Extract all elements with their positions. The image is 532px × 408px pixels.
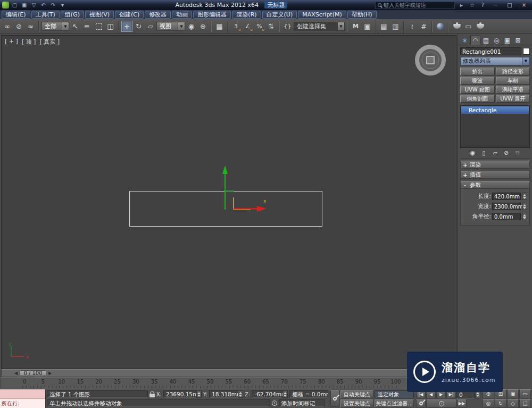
modifier-stack[interactable]: Rectangle [460,105,530,148]
move-gizmo[interactable]: x [182,163,278,222]
menu-customize[interactable]: 自定义(U) [262,11,297,19]
rollout-interpolation[interactable]: + 插值 [460,171,530,179]
tab-hierarchy-icon[interactable]: ▤ [481,36,491,45]
menu-edit[interactable]: 编辑(E) [2,11,30,19]
help-search-input[interactable]: 键入关键字或短语 [375,2,455,9]
modifier-bevel-profile-button[interactable]: 倒角剖面 [460,95,495,103]
edit-named-selection-sets-icon[interactable]: {} [282,21,293,32]
mirror-icon[interactable]: M [350,21,361,32]
menu-help[interactable]: 帮助(H) [347,11,377,19]
next-frame-icon[interactable]: ▶▶ [457,399,467,407]
menu-views[interactable]: 视图(V) [85,11,114,19]
select-and-move-icon[interactable]: + [121,21,132,32]
x-spinner[interactable] [196,390,202,398]
rectangular-selection-region-icon[interactable] [93,21,104,32]
key-filters-button[interactable]: 关键点过滤器... [375,399,414,407]
modifier-turbosmooth-button[interactable]: 涡轮平滑 [496,86,530,94]
angle-snap-icon[interactable]: ∠∪ [242,21,253,32]
corner-radius-field[interactable]: 0.0mm [492,213,521,220]
viewport-menu-general[interactable]: [ + ] [5,38,18,46]
menu-graph-editors[interactable]: 图形编辑器 [193,11,231,19]
object-color-swatch[interactable] [523,48,530,55]
menu-create[interactable]: 创建(C) [115,11,144,19]
select-and-link-icon[interactable]: ∞ [2,21,13,32]
snap-toggle-3d-icon[interactable]: 3∪ [230,21,242,32]
y-spinner[interactable] [238,390,243,398]
field-of-view-icon[interactable]: ◇ [507,399,519,408]
add-time-tag[interactable]: 添加时间标记 [279,399,325,407]
app-logo-icon[interactable] [2,2,9,9]
modifier-uvw-unwrap-button[interactable]: UVW 展开 [496,95,530,103]
help-icon[interactable]: ? [479,2,487,9]
layer-manager-icon[interactable]: ▤ [378,21,389,32]
modifier-path-deform-button[interactable]: 路径变形 [496,68,530,76]
maxscript-mini-listener[interactable]: 所在行: [0,389,46,408]
rendered-frame-window-icon[interactable]: ▭ [463,21,474,32]
select-object-icon[interactable]: ↖ [70,21,81,32]
pan-icon[interactable]: ◎ [483,399,494,408]
selection-lock-icon[interactable] [149,394,155,397]
named-selection-sets-combo[interactable]: 创建选择集 ▼ [294,22,345,31]
window-crossing-icon[interactable]: ◫ [105,21,116,32]
menu-modifiers[interactable]: 修改器 [145,11,171,19]
width-field[interactable]: 2300.0mm [492,203,521,210]
select-by-name-icon[interactable]: ≡ [81,21,93,32]
key-mode-toggle-icon[interactable] [416,399,426,407]
use-pivot-center-icon[interactable]: ◉ [186,21,197,32]
spinner-snap-icon[interactable]: ⇅ [265,21,277,32]
new-file-icon[interactable]: ▢ [11,2,19,9]
render-production-icon[interactable] [475,21,486,32]
menu-maxscript[interactable]: MAXScript(M) [298,11,346,19]
curve-editor-icon[interactable]: ≀ [406,21,418,32]
unlink-selection-icon[interactable]: ⊘ [13,21,24,32]
open-file-icon[interactable]: ▣ [20,2,28,9]
search-go-icon[interactable]: ▸ [458,2,466,9]
graphite-ribbon-icon[interactable]: ▥ [390,21,401,32]
object-name-field[interactable]: Rectangle001 [460,47,521,55]
scene-selector-icon[interactable]: ▾ [59,2,66,9]
keyboard-shortcut-override-icon[interactable]: ▦ [214,21,225,32]
modifier-lathe-button[interactable]: 车削 [496,77,530,85]
make-unique-icon[interactable]: ▱ [491,149,499,156]
menu-animation[interactable]: 动画 [172,11,192,19]
orbit-icon[interactable]: ↻ [495,399,506,408]
minimize-button[interactable]: ─ [489,1,501,9]
show-end-result-icon[interactable]: ▯ [480,149,488,156]
menu-group[interactable]: 组(G) [61,11,84,19]
pin-stack-icon[interactable]: ◉ [469,149,477,156]
listener-macro-line[interactable] [0,389,45,399]
render-setup-icon[interactable] [451,21,462,32]
material-editor-icon[interactable] [435,21,446,32]
save-file-icon[interactable]: ▽ [30,2,38,9]
favorites-star-icon[interactable]: ☆ [468,2,476,9]
zoom-extents-icon[interactable]: ▣ [507,389,519,398]
undo-icon[interactable]: ↶ [39,2,47,9]
set-key-button[interactable]: 设置关键点 [340,399,373,407]
time-configuration-icon[interactable] [426,399,456,407]
tab-display-icon[interactable]: ▣ [502,36,512,45]
time-slider-next-icon[interactable]: ▶ [48,371,52,376]
auto-key-button[interactable]: 自动关键点 [340,390,373,398]
width-spinner[interactable] [522,203,527,210]
select-and-scale-icon[interactable]: ▱ [145,21,156,32]
tab-create-icon[interactable]: ∗ [460,36,470,45]
tab-motion-icon[interactable]: ◎ [492,36,502,45]
x-coordinate-field[interactable]: 23690.15m [163,390,196,398]
rollout-rendering[interactable]: + 渲染 [460,161,530,169]
time-slider-handle[interactable]: 0 / 100 [20,370,46,376]
schematic-view-icon[interactable]: # [418,21,429,32]
modifier-list-combo[interactable]: 修改器列表 ▼ [460,57,530,65]
length-field[interactable]: 420.0mm [492,193,521,200]
selection-filter-combo[interactable]: 全部 ▼ [41,22,69,31]
select-and-manipulate-icon[interactable]: ⊕ [197,21,209,32]
time-slider-prev-icon[interactable]: ◀ [14,371,18,376]
redo-icon[interactable]: ↷ [49,2,57,9]
configure-modifier-sets-icon[interactable]: ≡ [513,149,521,156]
menu-rendering[interactable]: 渲染(R) [232,11,261,19]
bind-to-space-warp-icon[interactable]: ≈ [25,21,36,32]
remove-modifier-icon[interactable]: ⊘ [502,149,510,156]
menu-tools[interactable]: 工具(T) [31,11,60,19]
z-coordinate-field[interactable]: -62.704mm [252,390,282,398]
align-icon[interactable]: ▣ [362,21,373,32]
stack-item-rectangle[interactable]: Rectangle [461,106,529,114]
